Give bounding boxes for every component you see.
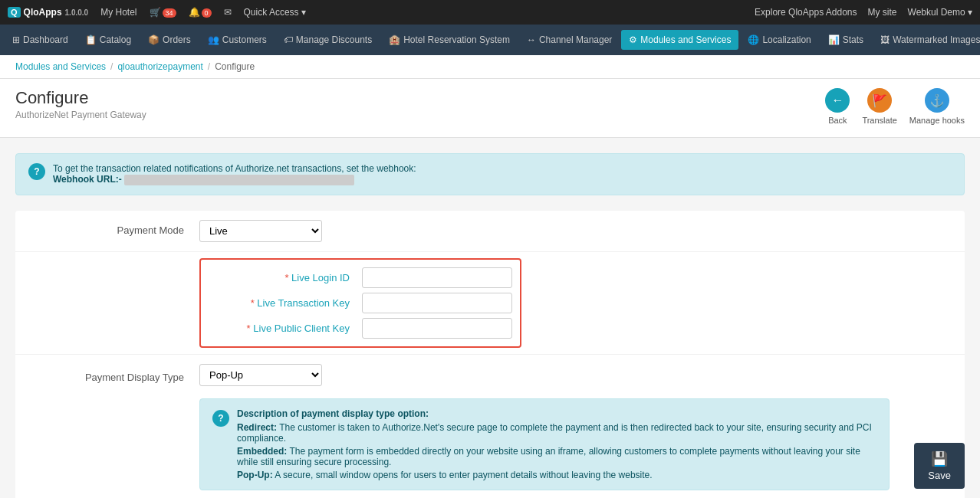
breadcrumb-current: Configure xyxy=(215,61,255,72)
live-public-client-key-input[interactable] xyxy=(362,318,512,339)
demo-link[interactable]: Webkul Demo ▾ xyxy=(908,7,972,18)
webhook-info-message: To get the transaction related notificat… xyxy=(53,163,416,174)
live-login-label-text: Live Login ID xyxy=(291,272,350,283)
payment-display-label: Payment Display Type xyxy=(31,367,199,383)
main-navigation: ⊞ Dashboard 📋 Catalog 📦 Orders 👥 Custome… xyxy=(0,25,980,55)
translate-label: Translate xyxy=(862,116,896,125)
payment-mode-label: Payment Mode xyxy=(31,220,199,236)
desc-text: Description of payment display type opti… xyxy=(237,408,876,480)
brand-version: 1.0.0.0 xyxy=(65,8,89,17)
live-login-id-input[interactable] xyxy=(362,267,512,288)
payment-mode-row: Payment Mode Live Test xyxy=(15,211,965,252)
quick-access-link[interactable]: Quick Access ▾ xyxy=(244,7,306,18)
desc-popup-line: Pop-Up: A secure, small window opens for… xyxy=(237,470,876,480)
payment-mode-control: Live Test xyxy=(199,220,949,242)
nav-catalog[interactable]: 📋 Catalog xyxy=(77,30,139,50)
page-title-area: Configure AuthorizeNet Payment Gateway xyxy=(15,88,146,120)
live-public-client-label: * Live Public Client Key xyxy=(209,323,362,334)
nav-localization[interactable]: 🌐 Localization xyxy=(740,30,818,50)
back-icon: ← xyxy=(825,88,850,113)
payment-mode-select[interactable]: Live Test xyxy=(199,220,322,242)
live-public-client-label-text: Live Public Client Key xyxy=(253,323,350,334)
payment-display-select[interactable]: Redirect Embedded Pop-Up xyxy=(199,364,322,386)
desc-embedded-text: The payment form is embedded directly on… xyxy=(237,446,860,467)
live-login-id-label: * Live Login ID xyxy=(209,272,362,283)
nav-orders[interactable]: 📦 Orders xyxy=(140,30,199,50)
back-button[interactable]: ← Back xyxy=(825,88,850,125)
live-public-client-row: * Live Public Client Key xyxy=(209,318,512,339)
breadcrumb-modules[interactable]: Modules and Services xyxy=(15,61,106,72)
desc-embedded-bold: Embedded: xyxy=(237,446,287,457)
translate-button[interactable]: 🚩 Translate xyxy=(862,88,896,125)
req-star-login: * xyxy=(284,272,288,283)
breadcrumb: Modules and Services / qloauthorizepayme… xyxy=(0,55,980,79)
cart-badge: 34 xyxy=(163,8,176,18)
info-icon: ? xyxy=(28,163,45,180)
explore-addons-link[interactable]: Explore QloApps Addons xyxy=(755,7,857,18)
breadcrumb-sep1: / xyxy=(110,61,113,72)
webhook-label: Webhook URL:- xyxy=(53,174,122,185)
page-subtitle: AuthorizeNet Payment Gateway xyxy=(15,110,146,120)
credentials-row: * Live Login ID * Live Transaction Key xyxy=(15,252,965,355)
hooks-icon: ⚓ xyxy=(925,88,949,113)
manage-hooks-button[interactable]: ⚓ Manage hooks xyxy=(909,88,965,125)
nav-hotel-reservation[interactable]: 🏨 Hotel Reservation System xyxy=(381,30,518,50)
brand-name: QloApps xyxy=(24,7,62,18)
desc-popup-bold: Pop-Up: xyxy=(237,470,273,480)
page-actions: ← Back 🚩 Translate ⚓ Manage hooks xyxy=(825,88,965,125)
notif-badge: 0 xyxy=(202,8,212,18)
hooks-label: Manage hooks xyxy=(909,116,965,125)
live-transaction-key-input[interactable] xyxy=(362,293,512,313)
notif-link[interactable]: 🔔0 xyxy=(189,7,212,18)
page-title: Configure xyxy=(15,88,146,108)
payment-display-row: Payment Display Type Redirect Embedded P… xyxy=(15,355,965,498)
live-login-row: * Live Login ID xyxy=(209,267,512,288)
top-navigation: Q QloApps 1.0.0.0 My Hotel 🛒34 🔔0 ✉ Quic… xyxy=(0,0,980,25)
nav-stats[interactable]: 📊 Stats xyxy=(821,30,871,50)
nav-channel-manager[interactable]: ↔ Channel Manager xyxy=(519,30,620,50)
webhook-info-box: ? To get the transaction related notific… xyxy=(15,153,965,195)
webhook-info-text: To get the transaction related notificat… xyxy=(53,163,416,185)
save-button[interactable]: 💾 Save xyxy=(914,443,965,489)
nav-watermark[interactable]: 🖼 Watermarked Images xyxy=(873,30,980,50)
top-right-links: Explore QloApps Addons My site Webkul De… xyxy=(755,7,972,18)
brand-logo[interactable]: Q QloApps 1.0.0.0 xyxy=(8,7,88,18)
desc-redirect-line: Redirect: The customer is taken to Autho… xyxy=(237,422,876,444)
req-star-client: * xyxy=(247,323,251,334)
payment-display-desc-wrapper: ? Description of payment display type op… xyxy=(199,394,890,490)
page-header: Configure AuthorizeNet Payment Gateway ←… xyxy=(0,79,980,138)
save-label: Save xyxy=(928,470,951,481)
nav-modules-services[interactable]: ⚙ Modules and Services xyxy=(621,30,738,50)
desc-redirect-bold: Redirect: xyxy=(237,422,277,433)
desc-title: Description of payment display type opti… xyxy=(237,408,429,419)
breadcrumb-sep2: / xyxy=(208,61,210,72)
webhook-url-value[interactable] xyxy=(124,175,354,185)
payment-display-desc-box: ? Description of payment display type op… xyxy=(199,398,890,490)
save-icon: 💾 xyxy=(931,450,948,467)
req-star-trans: * xyxy=(251,297,255,309)
nav-discounts[interactable]: 🏷 Manage Discounts xyxy=(276,30,380,50)
payment-display-control-row: Payment Display Type Redirect Embedded P… xyxy=(31,364,322,386)
save-button-area: 💾 Save xyxy=(899,434,980,498)
desc-info-icon: ? xyxy=(212,410,229,427)
desc-embedded-line: Embedded: The payment form is embedded d… xyxy=(237,446,876,467)
page-content: ? To get the transaction related notific… xyxy=(0,138,980,498)
hotel-link[interactable]: My Hotel xyxy=(100,7,136,18)
desc-redirect-text: The customer is taken to Authorize.Net's… xyxy=(237,422,872,444)
nav-customers[interactable]: 👥 Customers xyxy=(200,30,275,50)
credentials-highlighted-box: * Live Login ID * Live Transaction Key xyxy=(199,258,521,348)
cart-link[interactable]: 🛒34 xyxy=(150,7,176,18)
nav-dashboard[interactable]: ⊞ Dashboard xyxy=(5,30,76,50)
my-site-link[interactable]: My site xyxy=(868,7,897,18)
logo-icon: Q xyxy=(8,7,21,18)
breadcrumb-plugin[interactable]: qloauthorizepayment xyxy=(117,61,202,72)
payment-display-control: Redirect Embedded Pop-Up xyxy=(199,364,322,386)
live-transaction-row: * Live Transaction Key xyxy=(209,293,512,313)
mail-link[interactable]: ✉ xyxy=(224,7,232,18)
back-label: Back xyxy=(828,116,847,125)
translate-icon: 🚩 xyxy=(867,88,892,113)
live-transaction-key-label: * Live Transaction Key xyxy=(209,297,362,309)
configure-form: Payment Mode Live Test * Live Login ID xyxy=(15,211,965,498)
desc-popup-text: A secure, small window opens for users t… xyxy=(275,470,652,480)
live-transaction-label-text: Live Transaction Key xyxy=(257,297,350,309)
